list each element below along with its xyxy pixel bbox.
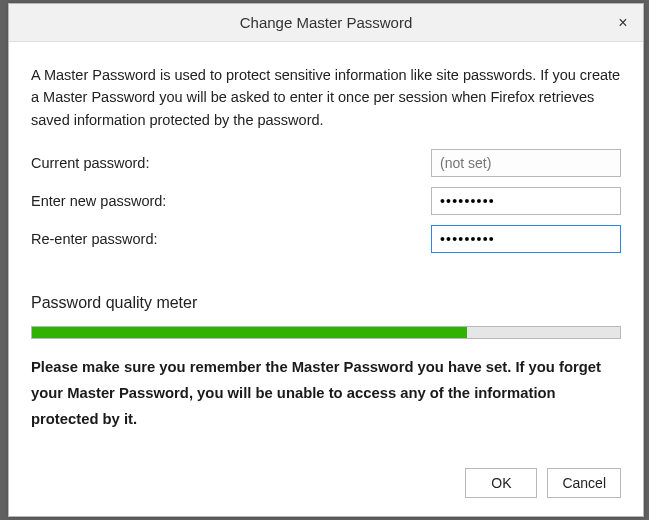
- quality-meter-fill: [32, 327, 467, 338]
- dialog-titlebar: Change Master Password ×: [9, 4, 643, 42]
- new-password-label: Enter new password:: [31, 190, 431, 212]
- warning-text: Please make sure you remember the Master…: [31, 355, 621, 433]
- current-password-row: Current password:: [31, 149, 621, 177]
- reenter-password-input[interactable]: [431, 225, 621, 253]
- close-icon: ×: [618, 14, 627, 32]
- ok-button[interactable]: OK: [465, 468, 537, 498]
- quality-meter: [31, 326, 621, 339]
- reenter-password-label: Re-enter password:: [31, 228, 431, 250]
- intro-text: A Master Password is used to protect sen…: [31, 64, 621, 131]
- reenter-password-row: Re-enter password:: [31, 225, 621, 253]
- current-password-input: [431, 149, 621, 177]
- new-password-row: Enter new password:: [31, 187, 621, 215]
- dialog-title: Change Master Password: [240, 14, 413, 31]
- cancel-button[interactable]: Cancel: [547, 468, 621, 498]
- current-password-label: Current password:: [31, 152, 431, 174]
- new-password-input[interactable]: [431, 187, 621, 215]
- quality-meter-label: Password quality meter: [31, 291, 621, 316]
- dialog-body: A Master Password is used to protect sen…: [9, 42, 643, 468]
- change-master-password-dialog: Change Master Password × A Master Passwo…: [8, 3, 644, 517]
- close-button[interactable]: ×: [603, 4, 643, 42]
- dialog-footer: OK Cancel: [9, 468, 643, 516]
